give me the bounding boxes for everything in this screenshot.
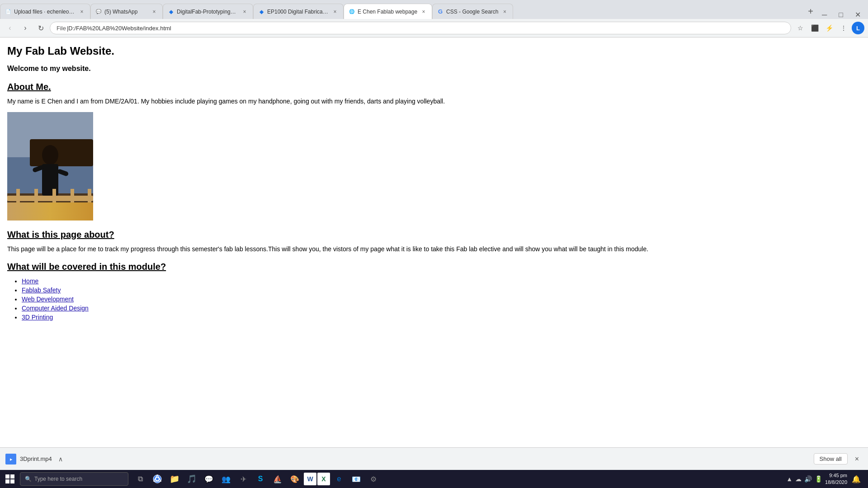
tab-favicon-6: G (437, 9, 443, 15)
tab-close-1[interactable]: × (78, 8, 85, 15)
profile-avatar[interactable]: L (852, 22, 864, 34)
svg-point-4 (42, 145, 58, 165)
tab-close-2[interactable]: × (151, 8, 158, 15)
tab-close-3[interactable]: × (241, 8, 248, 15)
address-prefix: File (57, 25, 66, 32)
list-item-3d: 3D Printing (22, 314, 861, 321)
tab-digitalfab[interactable]: ◆ DigitalFab-PrototypingFund... × (163, 4, 253, 19)
browser-chrome: 📄 Upload files · echenleow/fab... × 💬 (5… (0, 0, 868, 38)
module-list: Home Fablab Safety Web Development Compu… (7, 277, 861, 321)
screenshot-icon[interactable]: ⬛ (808, 22, 821, 34)
link-fablab-safety[interactable]: Fablab Safety (22, 286, 61, 294)
tab-title-4: EP1000 Digital Fabrication P... (267, 9, 329, 15)
window-controls: ─ □ ✕ (818, 10, 868, 19)
back-button[interactable]: ‹ (4, 22, 16, 34)
welcome-text: Welcome to my website. (7, 65, 861, 73)
address-url: D:/FAB%20LAB%20Website/index.html (68, 25, 171, 32)
tabs-list: 📄 Upload files · echenleow/fab... × 💬 (5… (0, 4, 803, 19)
list-item-safety: Fablab Safety (22, 286, 861, 294)
tab-favicon-5: 🌐 (349, 9, 355, 15)
reload-button[interactable]: ↻ (34, 22, 47, 34)
link-3d-printing[interactable]: 3D Printing (22, 314, 53, 321)
close-window-button[interactable]: ✕ (851, 10, 864, 19)
tab-title-5: E Chen Fablab webpage (358, 9, 417, 15)
covered-heading: What will be covered in this module? (7, 262, 861, 272)
tab-title-2: (5) WhatsApp (104, 9, 148, 15)
svg-rect-10 (16, 189, 20, 211)
tab-favicon-1: 📄 (5, 9, 11, 15)
list-item-cad: Computer Aided Design (22, 305, 861, 312)
tab-css[interactable]: G CSS - Google Search × (432, 4, 513, 19)
page-content: My Fab Lab Website. Welcome to my websit… (0, 38, 868, 442)
link-home[interactable]: Home (22, 277, 38, 285)
tab-whatsapp[interactable]: 💬 (5) WhatsApp × (90, 4, 163, 19)
tab-title-6: CSS - Google Search (446, 9, 498, 15)
svg-rect-3 (30, 139, 93, 166)
svg-rect-11 (34, 189, 38, 211)
what-paragraph: This page will be a place for me to trac… (7, 245, 861, 253)
what-heading: What is this page about? (7, 230, 861, 240)
svg-rect-12 (52, 189, 56, 211)
toolbar-icons: ☆ ⬛ ⚡ ⋮ L (794, 22, 864, 34)
maximize-button[interactable]: □ (835, 11, 847, 19)
list-item-home: Home (22, 277, 861, 285)
tab-bar: 📄 Upload files · echenleow/fab... × 💬 (5… (0, 0, 868, 19)
tab-close-4[interactable]: × (331, 8, 339, 15)
tab-close-6[interactable]: × (501, 8, 508, 15)
tab-close-5[interactable]: × (420, 8, 427, 15)
svg-rect-14 (88, 189, 91, 211)
menu-icon[interactable]: ⋮ (837, 22, 850, 34)
bookmark-star-icon[interactable]: ☆ (794, 22, 807, 34)
svg-rect-13 (71, 189, 74, 211)
tab-ep1000[interactable]: ◆ EP1000 Digital Fabrication P... × (253, 4, 344, 19)
extensions-icon[interactable]: ⚡ (823, 22, 835, 34)
link-computer-aided-design[interactable]: Computer Aided Design (22, 305, 89, 312)
tab-upload[interactable]: 📄 Upload files · echenleow/fab... × (0, 4, 90, 19)
page-title: My Fab Lab Website. (7, 45, 861, 57)
profile-image (7, 112, 93, 221)
link-web-development[interactable]: Web Development (22, 296, 74, 303)
forward-button[interactable]: › (19, 22, 32, 34)
svg-rect-8 (7, 196, 93, 201)
minimize-button[interactable]: ─ (818, 11, 830, 19)
address-bar-row: ‹ › ↻ File | D:/FAB%20LAB%20Website/inde… (0, 19, 868, 37)
address-bar[interactable]: File | D:/FAB%20LAB%20Website/index.html (50, 22, 791, 34)
tab-favicon-3: ◆ (168, 9, 174, 15)
svg-rect-9 (7, 202, 93, 221)
tab-fablab[interactable]: 🌐 E Chen Fablab webpage × (344, 4, 432, 19)
about-paragraph: My name is E Chen and I am from DME/2A/0… (7, 98, 861, 105)
about-heading: About Me. (7, 82, 861, 92)
tab-title-1: Upload files · echenleow/fab... (14, 9, 75, 15)
tab-title-3: DigitalFab-PrototypingFund... (177, 9, 238, 15)
tab-favicon-4: ◆ (258, 9, 264, 15)
tab-favicon-2: 💬 (95, 9, 102, 15)
list-item-web: Web Development (22, 296, 861, 303)
new-tab-button[interactable]: + (803, 4, 818, 19)
